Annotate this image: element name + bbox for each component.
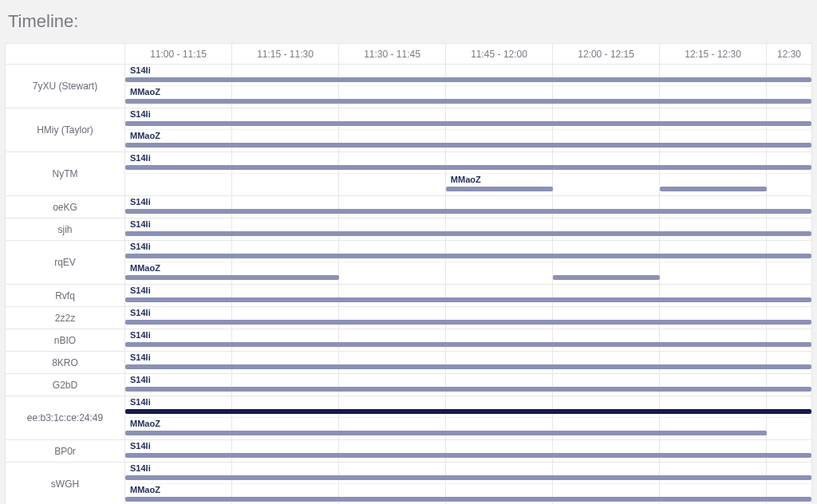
- track-tag: S14Ii: [130, 352, 151, 362]
- segment-bar: [125, 99, 811, 104]
- track: MMaoZ: [125, 418, 811, 439]
- track: MMaoZ: [125, 86, 811, 108]
- row-tracks: S14IiMMaoZ: [125, 463, 811, 504]
- timeline-row: sWGHS14IiMMaoZ: [6, 463, 811, 504]
- track-tag: S14Ii: [130, 242, 151, 251]
- row-tracks: S14Ii: [125, 440, 811, 462]
- row-label: 2z2z: [6, 307, 125, 329]
- track: S14Ii: [125, 374, 811, 396]
- timeline-row: 8KROS14Ii: [6, 352, 811, 374]
- row-tracks: S14IiMMaoZ: [125, 152, 811, 195]
- track-tag: S14Ii: [130, 375, 151, 384]
- row-label: Rvfq: [6, 285, 125, 306]
- row-tracks: S14Ii: [125, 352, 811, 373]
- segment-bar: [125, 453, 811, 458]
- track: S14Ii: [125, 65, 811, 86]
- row-label: oeKG: [6, 196, 125, 218]
- track-tag: S14Ii: [130, 463, 151, 473]
- segment-bar: [125, 364, 811, 369]
- segment-bar: [125, 165, 811, 170]
- segment-bar: [125, 254, 811, 258]
- timeline-row: sjihS14Ii: [6, 219, 811, 241]
- segment-bar: [125, 121, 811, 126]
- track: S14Ii: [125, 440, 811, 462]
- segment-bar: [553, 275, 660, 280]
- row-label: 7yXU (Stewart): [6, 65, 125, 108]
- track: S14Ii: [125, 241, 811, 262]
- time-column: 12:00 - 12:15: [553, 44, 660, 64]
- track-tag: S14Ii: [130, 65, 151, 75]
- timeline-row: G2bDS14Ii: [6, 374, 811, 396]
- timeline-row: rqEVS14IiMMaoZ: [6, 241, 811, 285]
- row-tracks: S14Ii: [125, 307, 811, 329]
- segment-bar: [125, 497, 811, 502]
- track-tag: S14Ii: [130, 308, 151, 317]
- track: S14Ii: [125, 152, 811, 174]
- row-label: sjih: [6, 219, 125, 240]
- segment-bar: [125, 387, 811, 392]
- row-tracks: S14Ii: [125, 329, 811, 351]
- track-tag: MMaoZ: [130, 485, 160, 494]
- row-label: HMiy (Taylor): [6, 108, 125, 152]
- track: S14Ii: [125, 219, 811, 240]
- timeline-row: 7yXU (Stewart)S14IiMMaoZ: [6, 65, 811, 108]
- page-title: Timeline:: [5, 6, 812, 43]
- time-columns: 11:00 - 11:1511:15 - 11:3011:30 - 11:451…: [125, 44, 811, 64]
- segment-bar: [125, 297, 811, 302]
- track-tag: MMaoZ: [130, 131, 160, 140]
- segment-bar: [125, 143, 811, 148]
- track: S14Ii: [125, 352, 811, 373]
- track-tag: MMaoZ: [130, 263, 160, 273]
- track-tag: S14Ii: [130, 285, 151, 295]
- track-tag: S14Ii: [130, 441, 151, 451]
- segment-bar: [125, 231, 811, 236]
- row-tracks: S14Ii: [125, 285, 811, 306]
- time-column: 11:30 - 11:45: [339, 44, 446, 64]
- timeline-row: BP0rS14Ii: [6, 440, 811, 463]
- track: MMaoZ: [125, 262, 811, 284]
- row-tracks: S14IiMMaoZ: [125, 108, 811, 152]
- track-tag: S14Ii: [130, 109, 151, 119]
- segment-bar: [125, 77, 811, 82]
- timeline-row: NyTMS14IiMMaoZ: [6, 152, 811, 196]
- track-tag: MMaoZ: [130, 87, 160, 96]
- row-label: nBIO: [6, 329, 125, 351]
- row-label: BP0r: [6, 440, 125, 462]
- row-label: 8KRO: [6, 352, 125, 373]
- segment-bar: [446, 187, 553, 191]
- track-tag: S14Ii: [130, 153, 151, 163]
- row-tracks: S14IiMMaoZ: [125, 396, 811, 439]
- segment-bar: [125, 320, 811, 325]
- track: MMaoZ: [125, 130, 811, 152]
- track: S14Ii: [125, 396, 811, 418]
- row-label: sWGH: [6, 463, 125, 504]
- track: S14Ii: [125, 463, 811, 484]
- row-label-header: [6, 44, 125, 64]
- track: MMaoZ: [125, 174, 811, 195]
- time-column: 12:15 - 12:30: [660, 44, 767, 64]
- track: S14Ii: [125, 285, 811, 306]
- track: S14Ii: [125, 329, 811, 351]
- segment-bar: [125, 431, 767, 435]
- row-tracks: S14IiMMaoZ: [125, 65, 811, 108]
- timeline-row: oeKGS14Ii: [6, 196, 811, 219]
- row-tracks: S14Ii: [125, 196, 811, 218]
- segment-bar: [125, 409, 811, 414]
- track-tag: MMaoZ: [130, 419, 160, 428]
- timeline-row: ee:b3:1c:ce:24:49S14IiMMaoZ: [6, 396, 811, 440]
- track: S14Ii: [125, 307, 811, 329]
- timeline-row: HMiy (Taylor)S14IiMMaoZ: [6, 108, 811, 152]
- track-tag: S14Ii: [130, 397, 151, 407]
- row-label: ee:b3:1c:ce:24:49: [6, 396, 125, 439]
- row-tracks: S14Ii: [125, 374, 811, 396]
- track-tag: S14Ii: [130, 219, 151, 229]
- timeline-row: 2z2zS14Ii: [6, 307, 811, 329]
- row-label: G2bD: [6, 374, 125, 396]
- row-tracks: S14Ii: [125, 219, 811, 240]
- timeline-row: nBIOS14Ii: [6, 329, 811, 352]
- track-tag: MMaoZ: [451, 175, 481, 184]
- segment-bar: [125, 342, 811, 347]
- timeline-body: 7yXU (Stewart)S14IiMMaoZHMiy (Taylor)S14…: [6, 65, 811, 504]
- timeline-row: RvfqS14Ii: [6, 285, 811, 307]
- row-label: rqEV: [6, 241, 125, 284]
